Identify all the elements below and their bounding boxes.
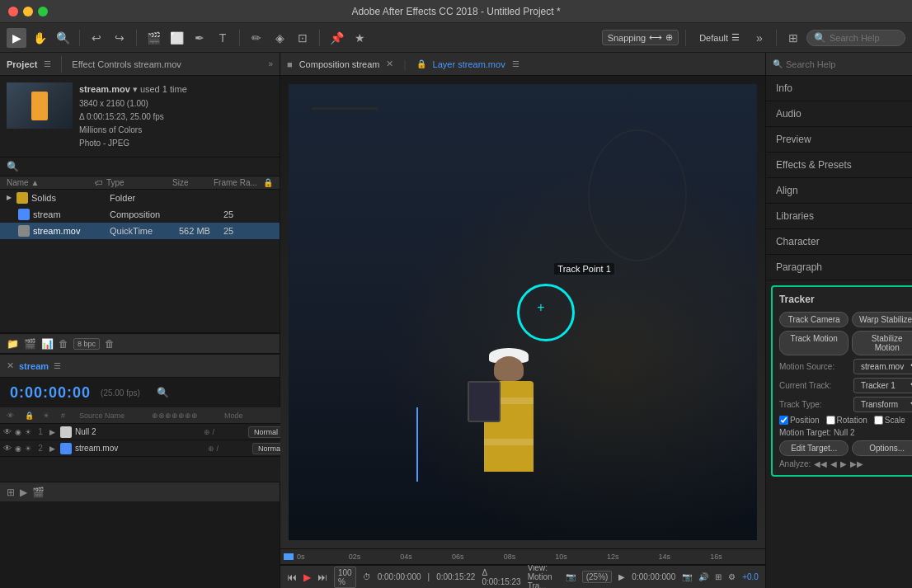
layer1-control2[interactable]: ☀ <box>25 428 31 436</box>
timeline-close[interactable]: ✕ <box>7 360 14 371</box>
options-btn[interactable]: Options... <box>852 440 912 456</box>
view-label[interactable]: View: Motion Tra... <box>528 563 552 588</box>
panel-menu-btn[interactable]: » <box>268 59 273 68</box>
warp-stabilizer-btn[interactable]: Warp Stabilizer <box>852 312 912 327</box>
timeline-camera-icon[interactable]: 🎬 <box>32 487 45 498</box>
zoom-display[interactable]: (25%) <box>582 571 613 583</box>
type-tool[interactable]: T <box>213 28 233 48</box>
footage-icon[interactable]: 🎬 <box>24 338 36 350</box>
col-lock: 🔒 <box>25 412 36 420</box>
toolbar-separator-3 <box>239 30 240 46</box>
position-checkbox-label[interactable]: Position <box>779 416 820 425</box>
snapping-button[interactable]: Snapping ⟷ ⊕ <box>602 30 679 45</box>
comp-tab-name[interactable]: Composition stream <box>299 59 380 69</box>
timeline-render-icon[interactable]: ▶ <box>20 487 27 498</box>
redo-btn[interactable]: ↪ <box>110 28 129 48</box>
timeline-timecode: 0:00:00:00 (25.00 fps) 🔍 <box>0 378 280 407</box>
panel-item-libraries[interactable]: Libraries <box>766 204 912 229</box>
comp-new-icon[interactable]: 📊 <box>41 338 54 350</box>
right-search-input[interactable] <box>786 59 912 69</box>
status-time2[interactable]: 0:00:00:000 <box>632 572 675 581</box>
minimize-button[interactable] <box>23 7 33 16</box>
analyze-fwd-icon[interactable]: ▶▶ <box>850 459 863 468</box>
motion-source-select[interactable]: stream.mov <box>853 359 912 374</box>
pen-tool[interactable]: ✒ <box>190 28 209 48</box>
rotation-checkbox[interactable] <box>826 416 835 425</box>
layer2-eye[interactable]: 👁 <box>3 444 12 453</box>
layer-tab-name[interactable]: Layer stream.mov <box>433 59 505 69</box>
stabilize-motion-btn[interactable]: Stabilize Motion <box>852 331 912 355</box>
layer1-expand[interactable]: ▶ <box>49 428 55 436</box>
prev-icon[interactable]: ⏮ <box>287 572 297 583</box>
rotation-checkbox-label[interactable]: Rotation <box>826 416 867 425</box>
channels-icon[interactable]: ⊞ <box>715 572 722 581</box>
position-checkbox[interactable] <box>779 416 788 425</box>
select-tool[interactable]: ▶ <box>7 28 26 48</box>
brush-tool[interactable]: ✏ <box>247 28 266 48</box>
status-zoom[interactable]: 100 % <box>334 567 356 588</box>
list-item-solids[interactable]: ▶ Solids Folder <box>0 190 280 206</box>
analyze-prev-icon[interactable]: ◀ <box>830 459 837 468</box>
project-search-input[interactable] <box>22 162 273 172</box>
project-search[interactable]: 🔍 <box>0 158 280 176</box>
panel-item-align[interactable]: Align <box>766 178 912 204</box>
play-icon[interactable]: ▶ <box>303 572 311 583</box>
toolbar-separator-5 <box>685 30 686 46</box>
layer1-control1[interactable]: ◉ <box>15 428 21 436</box>
analyze-back-icon[interactable]: ◀◀ <box>814 459 827 468</box>
layer1-eye[interactable]: 👁 <box>3 427 12 436</box>
scale-checkbox[interactable] <box>874 416 883 425</box>
shape-btn[interactable]: ⬜ <box>167 28 186 48</box>
panel-item-effects[interactable]: Effects & Presets <box>766 153 912 178</box>
panel-item-audio[interactable]: Audio <box>766 101 912 127</box>
list-item-stream-mov[interactable]: stream.mov QuickTime 562 MB 25 <box>0 223 280 239</box>
panel-item-preview[interactable]: Preview <box>766 127 912 153</box>
motion-source-label: Motion Source: <box>779 362 853 371</box>
tracker-panel: Tracker ☰ Track Camera Warp Stabilizer T… <box>771 285 912 477</box>
current-track-label: Current Track: <box>779 381 853 390</box>
effect-controls-tab[interactable]: Effect Controls stream.mov <box>72 59 181 69</box>
trash-icon[interactable]: 🗑 <box>105 338 115 350</box>
current-time[interactable]: 0:00:00:000 <box>378 572 421 581</box>
timecode-display[interactable]: 0:00:00:00 <box>10 384 91 402</box>
new-folder-icon[interactable]: 📁 <box>7 338 19 350</box>
search-box[interactable]: 🔍 <box>806 30 905 46</box>
track-camera-btn[interactable]: Track Camera <box>779 312 849 327</box>
zoom-tool[interactable]: 🔍 <box>53 28 73 48</box>
maximize-button[interactable] <box>38 7 48 16</box>
comp-tab-close[interactable]: ✕ <box>386 59 393 69</box>
pin-tool[interactable]: 📌 <box>327 28 346 48</box>
expand-btn[interactable]: » <box>750 28 769 48</box>
render-icon[interactable]: ▶ <box>618 572 625 581</box>
analyze-next-icon[interactable]: ▶ <box>840 459 847 468</box>
next-icon[interactable]: ⏭ <box>317 572 327 583</box>
list-item-stream[interactable]: stream Composition 25 <box>0 206 280 223</box>
panel-item-character[interactable]: Character <box>766 229 912 255</box>
snapshot-icon[interactable]: 📷 <box>566 572 576 581</box>
hand-tool[interactable]: ✋ <box>30 28 49 48</box>
panel-item-paragraph[interactable]: Paragraph <box>766 255 912 280</box>
shape2-tool[interactable]: ★ <box>350 28 369 48</box>
track-motion-btn[interactable]: Track Motion <box>779 331 849 355</box>
eraser-tool[interactable]: ⊡ <box>293 28 313 48</box>
close-button[interactable] <box>8 7 18 16</box>
layer2-control2[interactable]: ☀ <box>25 445 31 453</box>
current-track-select[interactable]: Tracker 1 <box>853 378 912 393</box>
camera-icon[interactable]: 📷 <box>682 572 692 581</box>
scale-checkbox-label[interactable]: Scale <box>874 416 905 425</box>
camera-btn[interactable]: 🎬 <box>143 28 163 48</box>
layer2-expand[interactable]: ▶ <box>49 445 55 453</box>
panel-item-info[interactable]: Info <box>766 76 912 101</box>
search-input[interactable] <box>830 33 900 43</box>
settings-icon[interactable]: ⚙ <box>728 572 736 581</box>
stamp-tool[interactable]: ◈ <box>270 28 289 48</box>
grid-btn[interactable]: ⊞ <box>783 28 803 48</box>
track-type-select[interactable]: Transform <box>853 397 912 412</box>
delete-icon[interactable]: 🗑 <box>59 338 68 350</box>
edit-target-btn[interactable]: Edit Target... <box>779 440 849 456</box>
undo-btn[interactable]: ↩ <box>87 28 106 48</box>
layer2-control1[interactable]: ◉ <box>15 445 21 453</box>
workspace-selector[interactable]: Default ☰ <box>693 31 746 45</box>
timeline-comp-icon[interactable]: ⊞ <box>7 487 15 498</box>
audio-icon[interactable]: 🔊 <box>698 572 708 581</box>
